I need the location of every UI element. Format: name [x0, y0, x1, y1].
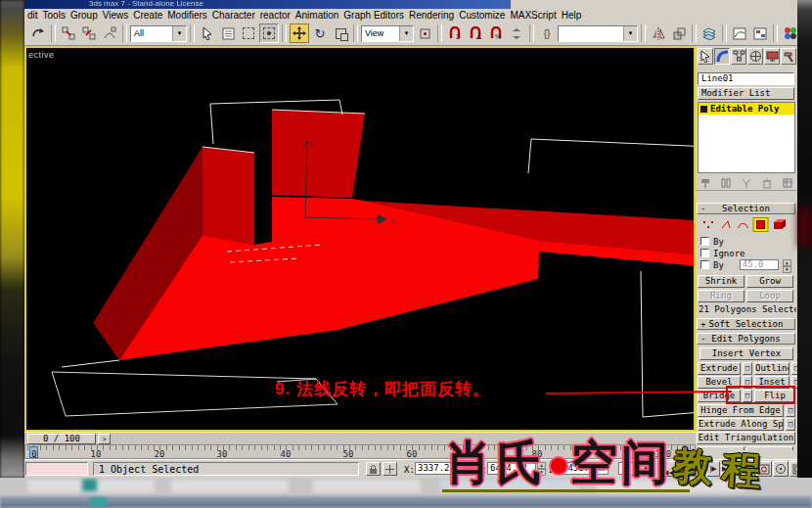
time-slider-handle[interactable]: 0 / 100	[27, 434, 96, 444]
show-end-result-icon[interactable]	[720, 177, 732, 189]
viewport-label[interactable]: ective	[28, 50, 55, 60]
select-object-icon[interactable]	[198, 23, 217, 43]
shrink-button[interactable]: Shrink	[698, 275, 744, 288]
menu-item-edit[interactable]: dit	[27, 10, 38, 21]
edit-triangulation-button[interactable]: Edit Triangulation	[697, 432, 795, 444]
menu-item-rendering[interactable]: Rendering	[409, 10, 454, 21]
align-icon[interactable]	[669, 23, 689, 43]
menu-item-animation[interactable]: Animation	[295, 10, 338, 21]
chevron-down-icon[interactable]: ▼	[623, 26, 637, 41]
watermark-underline	[442, 489, 690, 492]
percent-snap-icon[interactable]: %	[486, 23, 506, 43]
link-icon[interactable]	[59, 23, 78, 43]
layer-manager-icon[interactable]	[699, 23, 719, 43]
main-toolbar: All ▼ ↻ View ▼	[24, 22, 797, 46]
rollout-selection-header[interactable]: - Selection	[697, 203, 795, 214]
window-crossing-icon[interactable]	[259, 23, 279, 43]
toolbar-separator	[282, 24, 287, 42]
menu-item-group[interactable]: Group	[70, 10, 98, 21]
pin-stack-icon[interactable]	[699, 177, 711, 189]
grow-button[interactable]: Grow	[746, 275, 793, 288]
stack-item-label: Editable Poly	[710, 104, 779, 114]
by-vertex-checkbox[interactable]	[700, 237, 709, 246]
menu-item-maxscript[interactable]: MAXScript	[510, 10, 556, 21]
menu-item-modifiers[interactable]: Modifiers	[167, 10, 207, 21]
by-vertex-label: By	[713, 237, 724, 247]
menu-item-graph-editors[interactable]: Graph Editors	[343, 10, 404, 21]
menu-item-customize[interactable]: Customize	[459, 10, 505, 21]
tab-hierarchy[interactable]	[731, 48, 746, 65]
configure-sets-icon[interactable]	[782, 177, 793, 189]
ring-button[interactable]: Ring	[698, 290, 744, 302]
curve-editor-icon[interactable]	[730, 23, 749, 43]
mirror-icon[interactable]	[649, 23, 668, 43]
select-by-name-icon[interactable]	[218, 23, 238, 43]
menu-item-tools[interactable]: Tools	[43, 10, 66, 21]
hinge-settings-button[interactable]: □	[786, 404, 795, 417]
arc-rotate-icon[interactable]	[773, 461, 789, 477]
selection-filter-dropdown[interactable]: All ▼	[130, 25, 187, 42]
tab-create[interactable]	[698, 48, 713, 65]
material-editor-icon[interactable]	[781, 23, 797, 43]
menu-item-views[interactable]: Views	[103, 10, 129, 21]
tab-utilities[interactable]	[781, 48, 796, 65]
angle-snap-icon[interactable]: ∠	[466, 23, 485, 43]
absolute-mode-button[interactable]	[383, 462, 397, 476]
coordsys-value: View	[365, 28, 383, 38]
rollout-edit-polygons-header[interactable]: - Edit Polygons	[697, 333, 795, 345]
snap-toggle-icon[interactable]: 3	[445, 23, 465, 43]
spinner-snap-icon[interactable]	[507, 23, 526, 43]
tab-modify[interactable]	[714, 48, 730, 65]
angle-value-field[interactable]: 45.0	[740, 259, 779, 270]
hinge-from-edge-button[interactable]: Hinge From Edge	[698, 404, 784, 417]
tab-display[interactable]	[764, 48, 780, 65]
extrude-along-spline-button[interactable]: Extrude Along Spline	[698, 418, 784, 431]
menu-item-help[interactable]: Help	[562, 10, 582, 21]
rollout-soft-selection-header[interactable]: + Soft Selection	[697, 318, 795, 330]
unlink-icon[interactable]	[79, 23, 99, 43]
annotation-text: 9. 法线反转，即把面反转。	[275, 378, 490, 400]
select-move-icon[interactable]	[290, 23, 309, 43]
ignore-backfacing-row: Ignore	[700, 248, 745, 258]
stack-item-editable-poly[interactable]: Editable Poly	[699, 103, 794, 115]
extrude-settings-button[interactable]: □	[743, 362, 752, 375]
modifier-list-dropdown[interactable]: Modifier List	[698, 87, 794, 100]
remove-modifier-icon[interactable]	[761, 177, 773, 189]
extrude-along-spline-settings-button[interactable]: □	[786, 418, 795, 431]
chevron-down-icon[interactable]: ▼	[172, 26, 186, 41]
reference-coordsys-dropdown[interactable]: View ▼	[361, 25, 414, 42]
perspective-viewport[interactable]: x ective 9. 法线反转，即把面反转。	[24, 46, 696, 432]
select-rotate-icon[interactable]: ↻	[310, 23, 330, 43]
outline-button[interactable]: Outline	[754, 362, 789, 375]
tick-label: 0	[31, 449, 36, 459]
schematic-view-icon[interactable]	[750, 23, 770, 43]
watermark-tail: 教程	[672, 445, 773, 491]
named-sets-dropdown[interactable]: ▼	[558, 25, 638, 42]
extrude-button[interactable]: Extrude	[698, 362, 741, 375]
screenshot-root: 3ds max 7 - Stand-alone License dit Tool…	[0, 0, 812, 508]
chevron-down-icon[interactable]: ▼	[399, 26, 413, 41]
bind-space-warp-icon[interactable]	[100, 23, 119, 43]
object-name-field[interactable]: Line01	[698, 72, 794, 85]
tab-motion[interactable]	[747, 48, 763, 65]
selection-region-icon[interactable]	[239, 23, 258, 43]
maxscript-mini-listener[interactable]	[25, 462, 88, 476]
selection-lock-button[interactable]	[366, 462, 381, 476]
menu-item-reactor[interactable]: reactor	[260, 10, 291, 21]
make-unique-icon[interactable]	[741, 177, 752, 189]
loop-button[interactable]: Loop	[746, 290, 793, 302]
angle-spinner[interactable]: ▲▼	[783, 259, 791, 270]
menu-item-create[interactable]: Create	[133, 10, 162, 21]
maximize-viewport-icon[interactable]	[789, 461, 797, 477]
undo-icon[interactable]	[28, 23, 48, 43]
select-scale-icon[interactable]	[331, 23, 350, 43]
use-pivot-icon[interactable]	[415, 23, 434, 43]
by-angle-checkbox[interactable]	[700, 260, 709, 269]
menu-item-character[interactable]: Character	[212, 10, 255, 21]
ignore-backfacing-checkbox[interactable]	[700, 249, 709, 257]
insert-vertex-button[interactable]: Insert Vertex	[699, 347, 793, 360]
named-sets-icon[interactable]: {}	[537, 23, 557, 43]
tick-label: 40	[281, 449, 292, 459]
next-frame-button[interactable]: >	[98, 434, 111, 444]
tick-label: 30	[217, 449, 228, 459]
